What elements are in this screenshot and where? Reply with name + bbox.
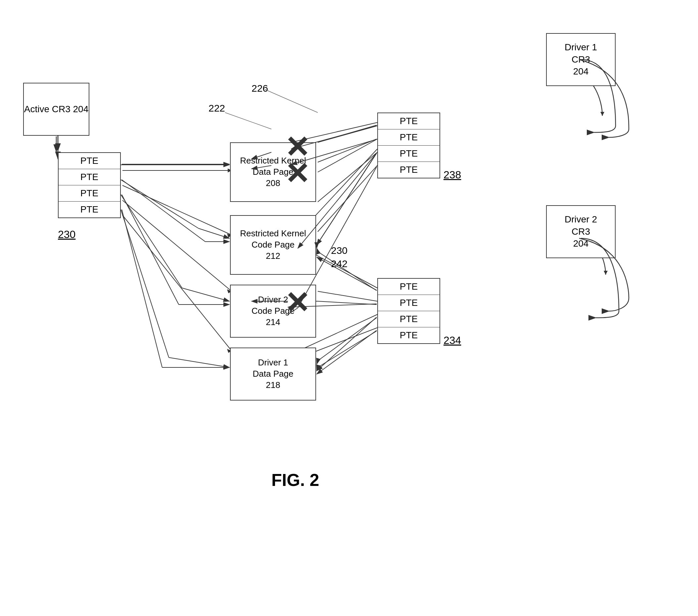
- svg-line-34: [121, 195, 182, 288]
- label-222: 222: [209, 103, 225, 114]
- pte-cell: PTE: [59, 169, 120, 185]
- driver2-cr3-label: Driver 2CR3204: [564, 213, 597, 250]
- driver1-cr3-label: Driver 1CR3204: [564, 41, 597, 78]
- svg-line-5: [123, 200, 232, 291]
- pte-cell: PTE: [378, 129, 439, 146]
- restricted-kernel-code-box: Restricted KernelCode Page212: [230, 215, 316, 275]
- pte-cell: PTE: [378, 113, 439, 129]
- svg-line-50: [318, 318, 377, 361]
- pte-group-bottom-right: PTE PTE PTE PTE: [377, 278, 440, 344]
- pte-cell: PTE: [59, 201, 120, 218]
- svg-line-73: [225, 113, 271, 129]
- svg-line-71: [317, 330, 377, 374]
- x-mark-bottom: ✕: [284, 288, 309, 318]
- label-238: 238: [444, 169, 461, 181]
- label-242: 242: [331, 258, 348, 269]
- svg-line-58: [122, 180, 205, 242]
- pte-cell: PTE: [378, 279, 439, 295]
- clean-arrows: [0, 0, 698, 616]
- arrows-svg: [0, 0, 698, 616]
- svg-line-3: [123, 185, 232, 235]
- svg-line-36: [121, 210, 169, 358]
- svg-line-13: [318, 152, 377, 202]
- svg-line-35: [182, 288, 229, 301]
- label-230: 230: [331, 245, 348, 256]
- svg-line-52: [318, 331, 377, 367]
- label-226: 226: [252, 83, 268, 94]
- pte-cell: PTE: [378, 295, 439, 311]
- svg-marker-9: [600, 112, 604, 116]
- label-arrows: [0, 0, 698, 616]
- svg-line-38: [318, 125, 377, 142]
- pte-cell: PTE: [378, 162, 439, 178]
- pte-cell: PTE: [378, 327, 439, 343]
- label-230-left: 230: [58, 228, 75, 241]
- pte-cell: PTE: [59, 185, 120, 201]
- svg-line-74: [265, 89, 318, 113]
- driver1-data-label: Driver 1Data Page218: [253, 357, 294, 391]
- svg-line-11: [318, 126, 377, 142]
- active-cr3-label: Active CR3 204: [24, 103, 89, 115]
- svg-line-32: [121, 180, 199, 228]
- driver2-cr3-box: Driver 2CR3204: [546, 205, 616, 258]
- svg-line-7: [123, 215, 232, 351]
- active-cr3-box: Active CR3 204: [23, 83, 89, 136]
- svg-line-51: [317, 361, 318, 364]
- svg-line-70: [317, 317, 377, 371]
- svg-line-46: [318, 252, 377, 291]
- svg-line-66: [317, 153, 377, 245]
- svg-line-37: [169, 358, 229, 367]
- svg-line-60: [122, 195, 179, 305]
- svg-line-14: [318, 166, 377, 232]
- svg-line-12: [318, 139, 377, 172]
- svg-line-39: [318, 139, 377, 162]
- svg-line-47: [317, 248, 318, 252]
- main-arrows: [0, 0, 698, 616]
- pte-cell: PTE: [59, 153, 120, 169]
- label-234: 234: [444, 334, 461, 347]
- svg-line-42: [317, 153, 377, 245]
- pte-group-left: PTE PTE PTE PTE: [58, 152, 121, 218]
- restricted-kernel-code-label: Restricted KernelCode Page212: [240, 228, 306, 262]
- figure-label: FIG. 2: [271, 470, 319, 490]
- svg-line-48: [318, 301, 377, 305]
- svg-line-53: [317, 367, 318, 371]
- svg-marker-17: [604, 271, 608, 275]
- svg-line-20: [318, 291, 377, 301]
- pte-group-top-right: PTE PTE PTE PTE: [377, 113, 440, 178]
- diagram: Active CR3 204 Driver 1CR3204 Driver 2CR…: [0, 0, 698, 616]
- svg-line-62: [122, 210, 162, 367]
- svg-line-33: [199, 228, 229, 238]
- driver1-cr3-box: Driver 1CR3204: [546, 33, 616, 86]
- pte-cell: PTE: [378, 311, 439, 327]
- driver1-data-box: Driver 1Data Page218: [230, 348, 316, 401]
- x-mark-top2: ✕: [284, 159, 309, 189]
- pte-cell: PTE: [378, 146, 439, 162]
